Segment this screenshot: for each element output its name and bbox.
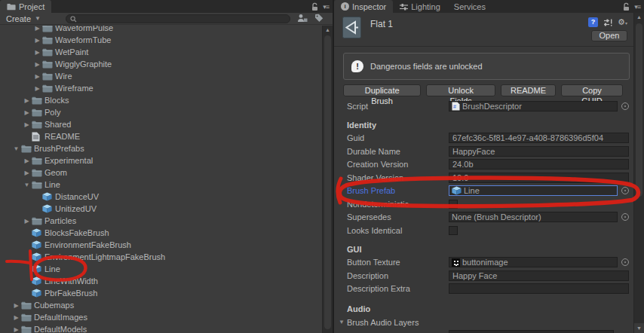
warning-icon: ! [351,60,363,72]
foldout-down-icon[interactable]: ▼ [339,319,347,325]
foldout-right-icon[interactable]: ▶ [32,26,42,32]
scroll-up-icon[interactable]: ▲ [634,13,644,22]
foldout-right-icon[interactable]: ▶ [32,61,42,68]
button-texture-object-field[interactable]: buttonimage [449,257,618,267]
foldout-right-icon[interactable]: ▶ [22,109,32,116]
tree-item-wire[interactable]: ▶Wire [0,70,322,82]
tree-item-line[interactable]: ▼Line [0,179,322,191]
panel-menu-icon[interactable]: ▾≡ [634,3,640,11]
tree-item-shared[interactable]: ▶Shared [0,118,322,130]
foldout-down-icon[interactable]: ▼ [22,182,32,188]
field-label: Shader Version [347,173,449,182]
tree-item-experimental[interactable]: ▶Experimental [0,154,322,166]
presets-icon[interactable] [603,18,612,27]
tree-item-line[interactable]: Line [0,263,322,275]
duplicate-brush-button[interactable]: Duplicate Brush [343,84,421,96]
tree-item-unitizeduv[interactable]: UnitizedUV [0,203,322,215]
lock-icon[interactable] [311,2,319,11]
tab-services[interactable]: Services [447,0,492,13]
tree-item-distanceuv[interactable]: DistanceUV [0,191,322,203]
brush-action-buttons: Duplicate Brush Unlock Fields README Cop… [343,84,623,96]
tree-item-cubemaps[interactable]: ▶Cubemaps [0,299,322,311]
foldout-right-icon[interactable]: ▶ [22,97,32,104]
tab-project[interactable]: Project [0,0,51,13]
search-by-label-icon[interactable] [314,14,324,23]
scroll-down-icon[interactable]: ▼ [634,323,644,333]
tree-item-brushprefabs[interactable]: ▼BrushPrefabs [0,142,322,154]
foldout-right-icon[interactable]: ▶ [11,314,21,321]
scrollbar-thumb[interactable] [324,35,331,329]
lock-icon[interactable] [622,2,630,11]
brush-prefab-object-field[interactable]: Line [449,185,618,196]
tree-item-waveformpulse[interactable]: ▶WaveformPulse [0,26,322,34]
nondeterministic-checkbox[interactable] [449,200,458,209]
create-button[interactable]: Create ▼ [0,13,47,24]
tree-item-wigglygraphite[interactable]: ▶WigglyGraphite [0,58,322,70]
readme-button[interactable]: README [501,84,556,96]
create-button-label: Create [6,14,31,23]
foldout-right-icon[interactable]: ▶ [22,157,32,164]
tree-item-defaultmodels[interactable]: ▶DefaultModels [0,323,322,333]
tree-item-poly[interactable]: ▶Poly [0,106,322,118]
shader-version-field[interactable]: 10.0 [449,173,629,183]
tree-item-defaultimages[interactable]: ▶DefaultImages [0,311,322,323]
supersedes-object-field[interactable]: None (Brush Descriptor) [449,212,618,222]
gear-icon[interactable]: ⚙▾ [618,17,627,27]
scroll-up-icon[interactable]: ▲ [323,26,333,35]
tab-lighting[interactable]: Lighting [393,0,447,13]
foldout-right-icon[interactable]: ▶ [32,49,42,56]
unlock-fields-button[interactable]: Unlock Fields [426,84,495,96]
help-icon[interactable]: ? [588,17,598,27]
copy-guid-button[interactable]: Copy GUID [561,84,623,96]
tree-item-readme[interactable]: README [0,130,322,142]
guid-field[interactable]: 67efc36c-5f81-4e97-a408-8786396d5f04 [449,133,629,143]
tree-item-waveformtube[interactable]: ▶WaveformTube [0,34,322,46]
tree-item-environmentlightmapfakebrush[interactable]: EnvironmentLightmapFakeBrush [0,251,322,263]
foldout-right-icon[interactable]: ▶ [22,218,32,225]
looks-identical-checkbox[interactable] [449,226,458,235]
scrollbar-thumb[interactable] [636,23,642,197]
tree-item-particles[interactable]: ▶Particles [0,215,322,227]
folder-icon [32,169,42,177]
creation-version-field[interactable]: 24.0b [449,159,629,170]
foldout-label[interactable]: Brush Audio Layers [347,318,419,327]
foldout-right-icon[interactable]: ▶ [32,85,42,92]
tree-item-linewithwidth[interactable]: LineWithWidth [0,275,322,287]
object-picker-icon[interactable] [621,258,629,266]
foldout-right-icon[interactable]: ▶ [32,73,42,80]
tab-inspector[interactable]: i Inspector [334,0,393,13]
foldout-right-icon[interactable]: ▶ [22,170,32,176]
inspector-row-supersedes: SupersedesNone (Brush Descriptor) [334,211,633,225]
panel-menu-icon[interactable]: ▾≡ [323,3,329,11]
tree-item-wetpaint[interactable]: ▶WetPaint [0,46,322,58]
tree-item-wireframe[interactable]: ▶Wireframe [0,82,322,94]
open-button[interactable]: Open [591,30,627,41]
foldout-down-icon[interactable]: ▼ [11,145,21,152]
tree-item-pbrfakebrush[interactable]: PbrFakeBrush [0,287,322,299]
object-picker-icon[interactable] [621,187,629,194]
object-picker-icon[interactable] [621,213,629,221]
search-input[interactable] [66,14,290,23]
object-picker-icon[interactable] [621,102,629,110]
tree-item-label: LineWithWidth [44,276,98,286]
foldout-right-icon[interactable]: ▶ [11,326,21,333]
tree-item-blocks[interactable]: ▶Blocks [0,94,322,106]
tree-item-label: Line [44,264,60,273]
inspector-row-looks-identical: Looks Identical [334,224,633,237]
search-by-type-icon[interactable] [297,14,308,23]
tree-item-label: WetPaint [55,47,88,57]
tree-item-environmentfakebrush[interactable]: EnvironmentFakeBrush [0,239,322,251]
foldout-right-icon[interactable]: ▶ [32,37,42,44]
foldout-right-icon[interactable]: ▶ [11,302,21,309]
description-field[interactable]: Happy Face [449,270,629,281]
description-extra-field[interactable] [449,283,629,294]
script-object-field[interactable]: #BrushDescriptor [449,101,618,112]
tree-item-blocksfakebrush[interactable]: BlocksFakeBrush [0,227,322,239]
tree-item-geom[interactable]: ▶Geom [0,166,322,179]
foldout-right-icon[interactable]: ▶ [22,121,32,128]
durable-name-field[interactable]: HappyFace [449,146,629,157]
inspector-scrollbar[interactable]: ▲ ▼ [633,13,644,333]
project-scrollbar[interactable]: ▲ [322,26,333,333]
field-label: Looks Identical [347,226,449,235]
tree-item-icon-slot [32,96,43,105]
